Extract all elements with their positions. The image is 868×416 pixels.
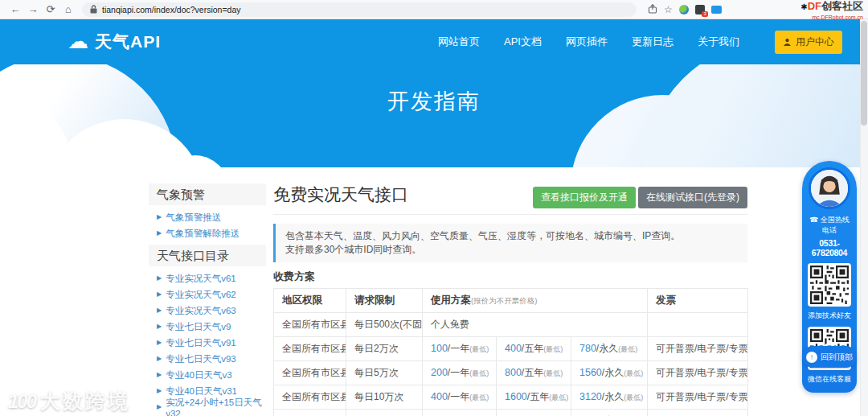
table-row-free: 全国所有市区县 每日500次(不固定) 个人免费 xyxy=(274,313,748,337)
top-navigation: 网站首页 API文档 网页插件 更新日志 关于我们 用户中心 xyxy=(438,31,842,54)
sidebar-item-live-v63[interactable]: ▶专业实况天气v63 xyxy=(157,303,266,319)
sidebar-section-api-directory: 天气接口目录 xyxy=(149,245,266,266)
price-cell: 200/一年(最低) xyxy=(423,361,497,385)
back-icon[interactable]: ← xyxy=(6,1,24,19)
url-text: tianqiapi.com/index/doc?version=day xyxy=(102,5,240,14)
home-icon[interactable]: ⌂ xyxy=(59,1,77,19)
cloud-logo-icon: ☁ xyxy=(68,31,88,51)
triangle-bullet-icon: ▶ xyxy=(157,291,162,298)
extension-badge-icon[interactable]: 3 xyxy=(695,5,705,14)
triangle-bullet-icon: ▶ xyxy=(157,323,162,330)
price-cell: 4000/五年(最低) xyxy=(497,410,571,416)
price-cell: 1600/五年(最低) xyxy=(497,385,571,410)
scrollbar-track[interactable] xyxy=(860,19,868,416)
share-icon[interactable] xyxy=(648,2,657,17)
hotline-label: ☎ 全国热线电话 xyxy=(808,215,851,236)
reload-icon[interactable]: ⟳ xyxy=(42,1,59,19)
cloud-shape xyxy=(643,64,868,167)
price-cell: 800/五年(最低) xyxy=(497,361,571,385)
col-invoice: 发票 xyxy=(648,289,748,313)
price-cell: 400/一年(最低) xyxy=(423,385,497,410)
site-logo[interactable]: ☁ 天气API xyxy=(68,31,161,53)
hero-banner: 开发指南 xyxy=(0,64,868,167)
table-header-row: 地区权限 请求限制 使用方案(报价为不开票价格) 发票 xyxy=(274,289,748,313)
sidebar-item-live-v62[interactable]: ▶专业实况天气v62 xyxy=(157,286,266,303)
col-limit: 请求限制 xyxy=(346,289,423,313)
address-bar[interactable]: tianqiapi.com/index/doc?version=day xyxy=(82,2,637,17)
api-description-box: 包含基本天气、温度、风力风向、空气质量、气压、湿度等，可按地名、城市编号、IP查… xyxy=(273,224,747,262)
price-cell: 1000/一年(最低) xyxy=(423,410,497,416)
main-content: 免费实况天气接口 查看接口报价及开通 在线测试接口(先登录) 包含基本天气、温度… xyxy=(273,183,747,416)
sidebar-menu: 气象预警 ▶气象预警推送 ▶气象预警解除推送 天气接口目录 ▶专业实况天气v61… xyxy=(149,183,266,416)
view-pricing-button[interactable]: 查看接口报价及开通 xyxy=(533,187,636,208)
triangle-bullet-icon: ▶ xyxy=(157,340,162,346)
bookmark-star-icon[interactable]: ☆ xyxy=(664,4,673,15)
back-to-top-button[interactable]: ↑ 回到顶部 xyxy=(802,346,857,368)
sidebar-item-live-v61[interactable]: ▶专业实况天气v61 xyxy=(157,270,266,286)
extension-globe-icon[interactable] xyxy=(679,5,689,14)
browser-chrome: ← → ⟳ ⌂ tianqiapi.com/index/doc?version=… xyxy=(0,0,868,19)
triangle-bullet-icon: ▶ xyxy=(157,230,162,237)
sidebar-item-7day-v93[interactable]: ▶专业七日天气v93 xyxy=(157,351,266,367)
pricing-plan-heading: 收费方案 xyxy=(273,270,747,284)
table-row: 全国所有市区县 每日20万次 1000/一年(最低) 4000/五年(最低) 7… xyxy=(274,410,748,416)
customer-service-avatar xyxy=(809,167,850,209)
table-row: 全国所有市区县 每日10万次 400/一年(最低) 1600/五年(最低) 31… xyxy=(274,385,748,410)
nav-web-plugin[interactable]: 网页插件 xyxy=(566,35,608,49)
user-center-button[interactable]: 用户中心 xyxy=(775,31,842,54)
sidebar-item-7day-v9[interactable]: ▶专业七日天气v9 xyxy=(157,319,266,335)
price-cell: 1560/永久(最低) xyxy=(571,361,648,385)
sidebar-item-7day-v91[interactable]: ▶专业七日天气v91 xyxy=(157,335,266,351)
qr2-label: 微信在线客服 xyxy=(808,374,851,385)
forward-icon[interactable]: → xyxy=(24,1,42,19)
triangle-bullet-icon: ▶ xyxy=(157,275,162,282)
pricing-table: 地区权限 请求限制 使用方案(报价为不开票价格) 发票 全国所有市区县 每日50… xyxy=(273,288,748,416)
sidebar-item-alert-cancel-push[interactable]: ▶气象预警解除推送 xyxy=(157,225,266,241)
scrollbar-thumb[interactable] xyxy=(861,21,867,126)
nav-changelog[interactable]: 更新日志 xyxy=(632,35,674,49)
divider xyxy=(273,214,747,215)
up-arrow-icon: ↑ xyxy=(806,352,817,363)
table-row: 全国所有市区县 每日2万次 100/一年(最低) 400/五年(最低) 780/… xyxy=(274,337,748,361)
nav-about[interactable]: 关于我们 xyxy=(698,35,739,49)
price-cell: 7800/永久(最低) xyxy=(571,410,648,416)
user-icon xyxy=(783,38,792,47)
qr-code-tech-support xyxy=(808,263,851,307)
online-test-button[interactable]: 在线测试接口(先登录) xyxy=(638,187,747,208)
price-cell: 100/一年(最低) xyxy=(423,337,497,361)
table-row: 全国所有市区县 每日5万次 200/一年(最低) 800/五年(最低) 1560… xyxy=(274,361,748,385)
price-cell: 780/永久(最低) xyxy=(571,337,648,361)
col-usage: 使用方案(报价为不开票价格) xyxy=(423,289,648,313)
triangle-bullet-icon: ▶ xyxy=(157,307,162,314)
col-region: 地区权限 xyxy=(274,289,346,313)
sidebar-item-alert-push[interactable]: ▶气象预警推送 xyxy=(157,209,266,225)
hotline-number: 0531-67820804 xyxy=(808,238,851,257)
triangle-bullet-icon: ▶ xyxy=(157,372,162,378)
description-line: 支持最多30个城市ID同时查询。 xyxy=(285,243,738,257)
description-line: 包含基本天气、温度、风力风向、空气质量、气压、湿度等，可按地名、城市编号、IP查… xyxy=(285,229,738,243)
sidebar-section-weather-alert: 气象预警 xyxy=(149,183,266,205)
sidebar-item-live-24h-15day-v32[interactable]: ▶实况+24小时+15日天气v32 xyxy=(157,399,266,415)
lock-icon xyxy=(90,5,97,14)
site-header: ☁ 天气API 网站首页 API文档 网页插件 更新日志 关于我们 用户中心 xyxy=(0,19,868,64)
sidebar-item-40day-v3[interactable]: ▶专业40日天气v3 xyxy=(157,367,266,383)
logo-text: 天气API xyxy=(95,31,161,53)
nav-home[interactable]: 网站首页 xyxy=(438,35,480,49)
price-cell: 3120/永久(最低) xyxy=(571,385,648,410)
price-cell: 400/五年(最低) xyxy=(497,337,571,361)
phone-icon: ☎ xyxy=(809,216,818,224)
nav-api-docs[interactable]: API文档 xyxy=(504,35,542,49)
triangle-bullet-icon: ▶ xyxy=(157,404,162,410)
triangle-bullet-icon: ▶ xyxy=(157,214,162,220)
triangle-bullet-icon: ▶ xyxy=(157,388,162,394)
triangle-bullet-icon: ▶ xyxy=(157,356,162,362)
qr1-label: 添加技术好友 xyxy=(808,311,851,321)
extension-mail-icon[interactable] xyxy=(711,6,722,14)
